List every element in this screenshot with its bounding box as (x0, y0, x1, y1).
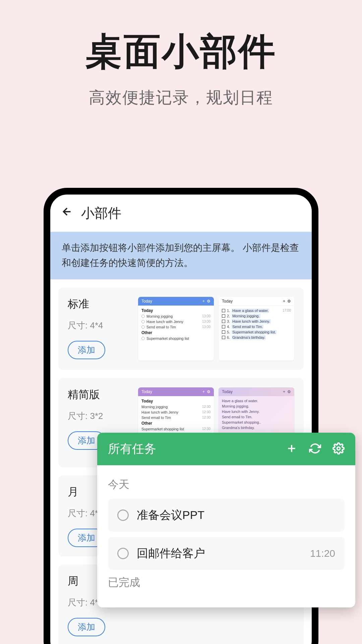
widget-card-standard: 标准 尺寸: 4*4 添加 Today+⚙ Today Morning jogg… (58, 287, 304, 370)
page-title: 小部件 (81, 204, 121, 222)
refresh-icon[interactable] (309, 442, 321, 456)
hero-subtitle: 高效便捷记录，规划日程 (0, 87, 362, 108)
app-header: 小部件 (50, 195, 312, 232)
widget-name: 精简版 (68, 387, 131, 402)
plus-icon: + (283, 389, 285, 394)
svg-point-0 (337, 447, 340, 450)
widget-size: 尺寸: 4*4 (68, 320, 131, 331)
plus-icon: + (202, 299, 205, 304)
add-button[interactable]: 添加 (68, 341, 105, 359)
back-icon[interactable] (61, 206, 73, 221)
hero-title: 桌面小部件 (0, 27, 362, 77)
floating-widget: 所有任务 今天 准备会议PPT 回邮件给客户 11:20 已完成 (97, 433, 355, 607)
info-banner: 单击添加按钮将小部件添加到您的主屏幕。 小部件是检查和创建任务的快速简便的方法。 (50, 232, 312, 279)
task-item[interactable]: 回邮件给客户 11:20 (108, 537, 345, 570)
widget-size: 尺寸: 3*2 (68, 410, 131, 422)
plus-icon[interactable] (286, 442, 298, 456)
gear-icon: ⚙ (287, 389, 291, 394)
plus-icon: + (202, 389, 205, 394)
task-text: 回邮件给客户 (137, 546, 302, 561)
float-section-today: 今天 (108, 477, 345, 492)
gear-icon[interactable] (333, 442, 345, 456)
float-section-done: 已完成 (108, 575, 345, 590)
radio-icon[interactable] (117, 509, 129, 521)
gear-icon: ⚙ (287, 299, 291, 304)
widget-name: 标准 (68, 297, 131, 312)
gear-icon: ⚙ (207, 299, 210, 304)
float-title: 所有任务 (108, 441, 156, 457)
gear-icon: ⚙ (207, 389, 210, 394)
plus-icon: + (283, 299, 285, 304)
widget-preview: Today+⚙ Today Morning jogging13:00 Have … (138, 297, 214, 361)
widget-preview: Today+⚙ 1.Have a glass of water.17:00 2.… (219, 297, 294, 361)
float-header: 所有任务 (97, 433, 355, 465)
task-item[interactable]: 准备会议PPT (108, 499, 345, 532)
add-button[interactable]: 添加 (68, 618, 105, 636)
task-time: 11:20 (310, 548, 335, 559)
task-text: 准备会议PPT (137, 507, 335, 523)
radio-icon[interactable] (117, 548, 129, 559)
